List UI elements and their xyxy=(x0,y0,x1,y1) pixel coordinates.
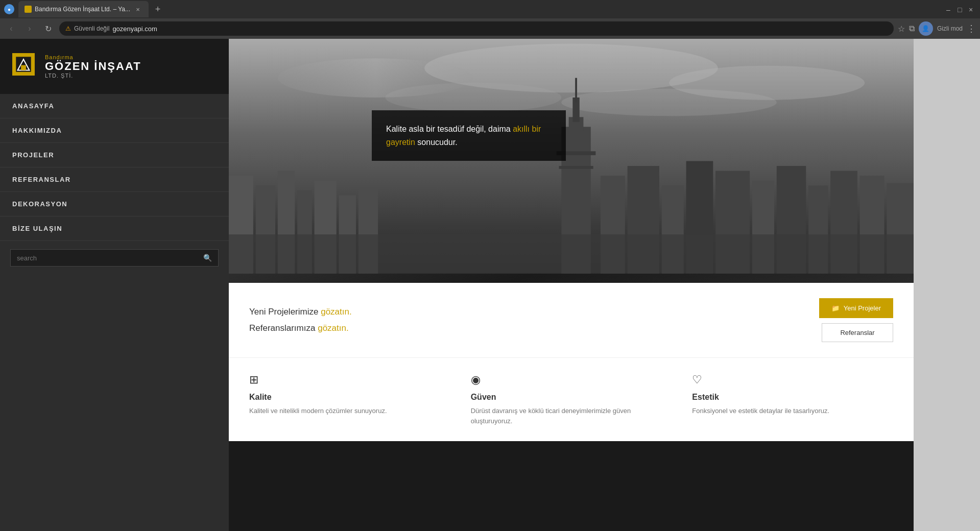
projects-cta-text: Yeni Projelerimize gözatın. xyxy=(249,307,809,317)
tab-favicon xyxy=(25,6,32,13)
svg-rect-2 xyxy=(21,65,26,70)
right-gray-area xyxy=(914,39,980,531)
main-layout: Bandırma GÖZEN İNŞAAT LTD. ŞTİ. ANASAYFA… xyxy=(0,39,980,531)
tab-close-button[interactable]: × xyxy=(133,5,142,14)
address-bar-row: ‹ › ↻ ⚠ Güvenli değil gozenyapi.com ☆ ⧉ … xyxy=(0,18,980,39)
references-highlight: gözatın. xyxy=(318,323,349,333)
projects-text: Yeni Projelerimize xyxy=(249,307,321,317)
references-text: Referanslarımıza xyxy=(249,323,318,333)
kalite-icon: ⊞ xyxy=(249,373,450,387)
address-text: gozenyapi.com xyxy=(112,25,157,33)
profile-button[interactable]: 👤 xyxy=(919,21,933,36)
kalite-title: Kalite xyxy=(249,393,450,402)
cta-texts: Yeni Projelerimize gözatın. Referansları… xyxy=(249,307,809,333)
browser-chrome: ● Bandırma Gözen İnşaat Ltd. – Ya... × +… xyxy=(0,0,980,39)
tab-bar: ● Bandırma Gözen İnşaat Ltd. – Ya... × +… xyxy=(0,0,980,18)
guven-desc: Dürüst davranış ve köklü ticari deneyiml… xyxy=(471,406,672,426)
hero-bg-svg xyxy=(229,39,914,274)
search-area: 🔍 xyxy=(0,241,229,275)
svg-point-8 xyxy=(561,89,776,116)
lower-section: Yeni Projelerimize gözatın. Referansları… xyxy=(229,283,914,441)
references-button[interactable]: Referanslar xyxy=(822,323,893,342)
logo-ltd: LTD. ŞTİ. xyxy=(45,73,141,79)
bookmark-icon[interactable]: ☆ xyxy=(898,24,905,34)
new-tab-button[interactable]: + xyxy=(151,2,165,16)
quote-box: Kalite asla bir tesadüf değil, daima akı… xyxy=(372,110,566,161)
address-bar-actions: ☆ ⧉ 👤 Gizli mod ⋮ xyxy=(898,21,976,36)
sidebar: Bandırma GÖZEN İNŞAAT LTD. ŞTİ. ANASAYFA… xyxy=(0,39,229,531)
tab-title: Bandırma Gözen İnşaat Ltd. – Ya... xyxy=(35,6,130,13)
features-row: ⊞ Kalite Kaliteli ve nitelikli modern çö… xyxy=(229,358,914,441)
active-tab[interactable]: Bandırma Gözen İnşaat Ltd. – Ya... × xyxy=(18,1,149,17)
estetik-title: Estetik xyxy=(692,393,893,402)
svg-rect-33 xyxy=(229,234,914,274)
kalite-desc: Kaliteli ve nitelikli modern çözümler su… xyxy=(249,406,450,416)
estetik-icon: ♡ xyxy=(692,373,893,387)
minimize-button[interactable]: – xyxy=(946,6,953,13)
logo-area: Bandırma GÖZEN İNŞAAT LTD. ŞTİ. xyxy=(0,39,229,94)
references-label: Referanslar xyxy=(840,329,874,336)
logo-shape xyxy=(12,53,35,76)
content-area: Kalite asla bir tesadüf değil, daima akı… xyxy=(229,39,914,531)
search-icon[interactable]: 🔍 xyxy=(203,254,212,262)
nav-item-referanslar[interactable]: REFERANSLAR xyxy=(0,167,229,192)
forward-button[interactable]: › xyxy=(22,21,37,36)
profile-icon: 👤 xyxy=(922,25,929,32)
new-projects-button[interactable]: 📁 Yeni Projeler xyxy=(819,298,893,318)
quote-after: sonucudur. xyxy=(415,138,458,147)
window-controls: – □ × xyxy=(946,6,976,13)
back-button[interactable]: ‹ xyxy=(4,21,18,36)
search-box: 🔍 xyxy=(10,249,219,267)
nav-item-dekorasyon[interactable]: DEKORASYON xyxy=(0,192,229,216)
security-icon: ⚠ xyxy=(65,25,71,32)
browser-icon: ● xyxy=(4,4,14,14)
menu-icon[interactable]: ⋮ xyxy=(967,23,976,34)
close-button[interactable]: × xyxy=(969,6,976,13)
hero-image: Kalite asla bir tesadüf değil, daima akı… xyxy=(229,39,914,283)
projects-highlight: gözatın. xyxy=(321,307,352,317)
search-input[interactable] xyxy=(17,254,199,262)
profile-label: Gizli mod xyxy=(937,25,963,32)
svg-point-7 xyxy=(386,83,562,112)
nav-item-bize-ulasin[interactable]: BİZE ULAŞIN xyxy=(0,216,229,241)
feature-estetik: ♡ Estetik Fonksiyonel ve estetik detayla… xyxy=(692,373,893,426)
svg-rect-19 xyxy=(575,78,577,103)
references-cta-text: Referanslarımıza gözatın. xyxy=(249,323,809,333)
cta-buttons: 📁 Yeni Projeler Referanslar xyxy=(819,298,893,342)
nav-item-hakkimizda[interactable]: HAKKIMIZDA xyxy=(0,118,229,143)
quote-before: Kalite asla bir tesadüf değil, daima xyxy=(386,125,513,133)
logo-title: GÖZEN İNŞAAT xyxy=(45,60,141,73)
svg-rect-21 xyxy=(559,166,593,169)
guven-icon: ◉ xyxy=(471,373,672,387)
logo-svg xyxy=(14,53,33,76)
nav-item-projeler[interactable]: PROJELER xyxy=(0,143,229,167)
quote-text: Kalite asla bir tesadüf değil, daima akı… xyxy=(386,123,552,149)
restore-button[interactable]: □ xyxy=(958,6,965,13)
feature-guven: ◉ Güven Dürüst davranış ve köklü ticari … xyxy=(471,373,672,426)
logo-icon xyxy=(12,53,39,80)
split-view-icon[interactable]: ⧉ xyxy=(909,24,915,33)
folder-icon: 📁 xyxy=(831,304,840,312)
security-label: Güvenli değil xyxy=(74,25,109,32)
feature-kalite: ⊞ Kalite Kaliteli ve nitelikli modern çö… xyxy=(249,373,450,426)
logo-text-area: Bandırma GÖZEN İNŞAAT LTD. ŞTİ. xyxy=(45,54,141,79)
reload-button[interactable]: ↻ xyxy=(41,21,55,36)
estetik-desc: Fonksiyonel ve estetik detaylar ile tasa… xyxy=(692,406,893,416)
address-bar[interactable]: ⚠ Güvenli değil gozenyapi.com xyxy=(59,21,894,36)
nav-menu: ANASAYFA HAKKIMIZDA PROJELER REFERANSLAR… xyxy=(0,94,229,241)
cta-row: Yeni Projelerimize gözatın. Referansları… xyxy=(229,283,914,358)
guven-title: Güven xyxy=(471,393,672,402)
nav-item-anasayfa[interactable]: ANASAYFA xyxy=(0,94,229,118)
new-projects-label: Yeni Projeler xyxy=(844,304,881,312)
